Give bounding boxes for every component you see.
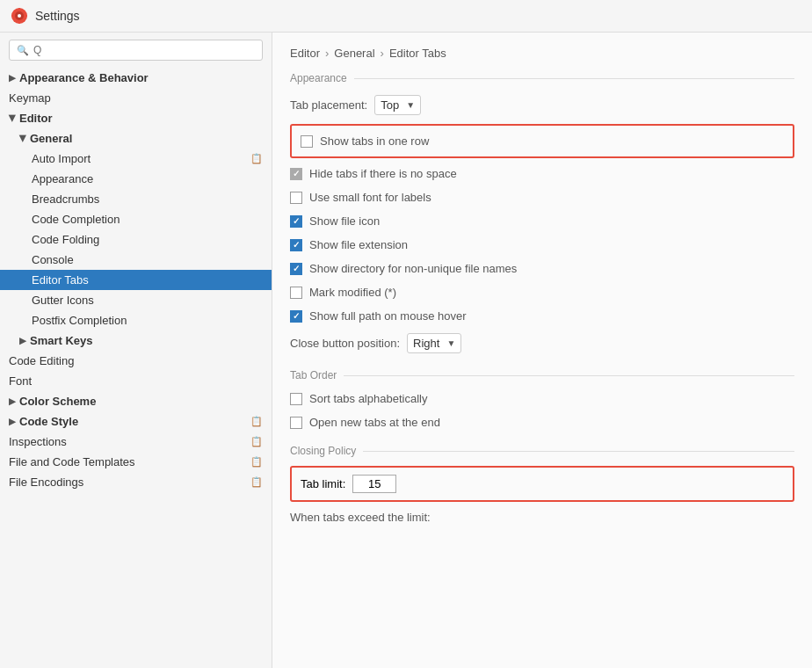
sidebar-item-general[interactable]: ▶ General	[0, 128, 272, 149]
search-box[interactable]: 🔍	[9, 40, 263, 61]
sidebar-label: Font	[9, 374, 32, 388]
close-button-value: Right	[413, 337, 439, 350]
show-directory-row: Show directory for non-unique file names	[290, 260, 794, 277]
close-button-row: Close button position: Right ▼	[290, 331, 794, 355]
sort-tabs-row: Sort tabs alphabetically	[290, 390, 794, 407]
sidebar-label: Code Style	[19, 415, 78, 428]
copy-icon: 📋	[250, 416, 263, 427]
sidebar-item-editor-tabs[interactable]: Editor Tabs	[0, 270, 272, 290]
show-file-ext-row: Show file extension	[290, 236, 794, 253]
show-file-icon-label: Show file icon	[309, 214, 380, 228]
expand-icon: ▶	[18, 135, 28, 142]
sidebar-item-font[interactable]: Font	[0, 371, 272, 391]
sidebar-label: File and Code Templates	[9, 455, 135, 468]
sidebar-item-gutter-icons[interactable]: Gutter Icons	[0, 290, 272, 310]
hide-tabs-checkbox[interactable]	[290, 168, 302, 180]
title-bar: Settings	[0, 0, 812, 33]
tab-placement-row: Tab placement: Top ▼	[290, 93, 794, 117]
mark-modified-checkbox[interactable]	[290, 287, 302, 299]
sidebar-label: General	[30, 132, 72, 145]
expand-icon: ▶	[19, 336, 26, 345]
show-tabs-row: Show tabs in one row	[301, 133, 784, 149]
closing-policy-section-label: Closing Policy	[290, 445, 794, 457]
tab-placement-select[interactable]: Top ▼	[374, 95, 421, 115]
breadcrumb-part-3: Editor Tabs	[389, 47, 446, 60]
tab-placement-value: Top	[381, 98, 399, 112]
sidebar-item-file-code-templates[interactable]: File and Code Templates 📋	[0, 452, 272, 472]
sidebar-item-editor[interactable]: ▶ Editor	[0, 108, 272, 128]
svg-point-2	[18, 14, 21, 18]
tab-placement-label: Tab placement:	[290, 98, 367, 112]
show-full-path-row: Show full path on mouse hover	[290, 308, 794, 324]
copy-icon: 📋	[250, 153, 263, 164]
sidebar-item-appearance[interactable]: Appearance	[0, 169, 272, 189]
sidebar-item-breadcrumbs[interactable]: Breadcrumbs	[0, 189, 272, 209]
show-directory-checkbox[interactable]	[290, 263, 302, 275]
svg-rect-4	[18, 20, 20, 24]
expand-icon: ▶	[9, 417, 16, 426]
expand-icon: ▶	[8, 115, 18, 122]
mark-modified-label: Mark modified (*)	[309, 286, 396, 299]
sidebar-item-console[interactable]: Console	[0, 250, 272, 270]
tab-limit-input[interactable]	[352, 475, 396, 493]
small-font-label: Use small font for labels	[309, 191, 431, 204]
sidebar-item-file-encodings[interactable]: File Encodings 📋	[0, 472, 272, 492]
sidebar-item-code-editing[interactable]: Code Editing	[0, 351, 272, 371]
sidebar-label: Keymap	[9, 91, 51, 105]
sidebar-label: Code Completion	[32, 213, 120, 226]
sidebar-item-code-completion[interactable]: Code Completion	[0, 209, 272, 229]
show-full-path-label: Show full path on mouse hover	[309, 309, 467, 323]
svg-rect-3	[18, 8, 20, 11]
breadcrumb: Editor › General › Editor Tabs	[290, 47, 794, 60]
settings-window: Settings 🔍 ▶ Appearance & Behavior Keyma…	[0, 0, 812, 668]
show-tabs-label: Show tabs in one row	[320, 134, 429, 148]
show-directory-label: Show directory for non-unique file names	[309, 262, 517, 275]
search-input[interactable]	[33, 44, 255, 56]
sidebar-item-smart-keys[interactable]: ▶ Smart Keys	[0, 330, 272, 351]
close-button-select[interactable]: Right ▼	[407, 333, 461, 353]
sidebar-label: Color Scheme	[19, 395, 96, 408]
sidebar-label: Appearance & Behavior	[19, 71, 149, 84]
expand-icon: ▶	[9, 396, 16, 406]
right-panel: Editor › General › Editor Tabs Appearanc…	[272, 33, 812, 668]
sidebar-label: Editor	[19, 112, 53, 125]
sidebar-label: Code Folding	[32, 233, 99, 246]
sidebar-label: Console	[32, 253, 74, 266]
sidebar-label: Editor Tabs	[32, 273, 89, 287]
sidebar-item-code-style[interactable]: ▶ Code Style 📋	[0, 411, 272, 432]
small-font-row: Use small font for labels	[290, 189, 794, 206]
show-full-path-checkbox[interactable]	[290, 310, 302, 323]
sidebar-label: Smart Keys	[30, 334, 93, 347]
svg-rect-5	[11, 15, 15, 17]
copy-icon: 📋	[250, 436, 263, 447]
dropdown-arrow-icon-2: ▼	[446, 338, 455, 348]
sidebar-label: Postfix Completion	[32, 314, 127, 327]
main-content: 🔍 ▶ Appearance & Behavior Keymap ▶ Edito…	[0, 33, 812, 668]
sidebar-item-postfix-completion[interactable]: Postfix Completion	[0, 310, 272, 330]
show-file-ext-label: Show file extension	[309, 238, 408, 251]
small-font-checkbox[interactable]	[290, 192, 302, 204]
sidebar-label: Code Editing	[9, 354, 74, 367]
hide-tabs-row: Hide tabs if there is no space	[290, 165, 794, 182]
sidebar-item-color-scheme[interactable]: ▶ Color Scheme	[0, 391, 272, 411]
when-tabs-exceed-row: When tabs exceed the limit:	[290, 509, 794, 526]
sidebar-item-code-folding[interactable]: Code Folding	[0, 229, 272, 250]
breadcrumb-sep: ›	[325, 47, 329, 60]
hide-tabs-label: Hide tabs if there is no space	[309, 167, 457, 180]
sidebar-item-auto-import[interactable]: Auto Import 📋	[0, 149, 272, 169]
closing-policy-section: Closing Policy Tab limit: When tabs exce…	[290, 445, 794, 526]
sidebar-label: File Encodings	[9, 476, 83, 489]
show-tabs-checkbox[interactable]	[301, 135, 313, 148]
show-file-icon-checkbox[interactable]	[290, 215, 302, 228]
search-icon: 🔍	[17, 45, 29, 56]
sort-tabs-checkbox[interactable]	[290, 393, 302, 405]
sidebar-label: Auto Import	[32, 152, 91, 165]
sidebar-item-keymap[interactable]: Keymap	[0, 88, 272, 108]
open-new-tabs-checkbox[interactable]	[290, 417, 302, 429]
sidebar-item-inspections[interactable]: Inspections 📋	[0, 432, 272, 452]
breadcrumb-part-1: Editor	[290, 47, 320, 60]
show-file-ext-checkbox[interactable]	[290, 239, 302, 251]
sidebar-item-appearance-behavior[interactable]: ▶ Appearance & Behavior	[0, 68, 272, 88]
tab-order-section-label: Tab Order	[290, 369, 794, 381]
appearance-section-label: Appearance	[290, 72, 794, 84]
